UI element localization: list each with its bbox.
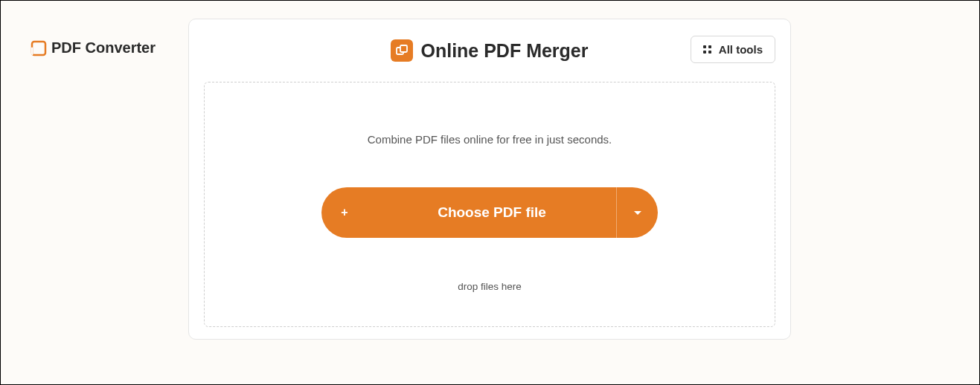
page-title: Online PDF Merger — [420, 40, 588, 62]
svg-rect-1 — [32, 42, 45, 55]
brand-logo[interactable]: PDF Converter — [31, 39, 156, 56]
card-header: Online PDF Merger All tools — [204, 34, 775, 67]
svg-rect-0 — [32, 42, 45, 55]
choose-file-dropdown-button[interactable] — [616, 187, 658, 238]
add-file-button[interactable]: + — [321, 187, 368, 238]
brand-name: PDF Converter — [51, 39, 156, 56]
choose-file-button-group: + Choose PDF file — [321, 187, 658, 238]
choose-file-label: Choose PDF file — [438, 204, 546, 221]
merge-icon — [391, 39, 413, 62]
dropzone[interactable]: Combine PDF files online for free in jus… — [204, 82, 775, 327]
all-tools-button[interactable]: All tools — [691, 36, 775, 63]
brand-logo-icon — [31, 40, 47, 56]
choose-file-button[interactable]: Choose PDF file — [368, 187, 616, 238]
all-tools-label: All tools — [719, 43, 763, 56]
title-group: Online PDF Merger — [391, 39, 588, 62]
drop-hint: drop files here — [458, 281, 522, 292]
main-card: Online PDF Merger All tools Combine PDF … — [188, 19, 791, 340]
svg-rect-3 — [400, 45, 407, 52]
subtitle: Combine PDF files online for free in jus… — [368, 133, 612, 146]
plus-icon: + — [341, 206, 348, 219]
caret-down-icon — [634, 211, 641, 215]
grid-icon — [703, 45, 711, 54]
